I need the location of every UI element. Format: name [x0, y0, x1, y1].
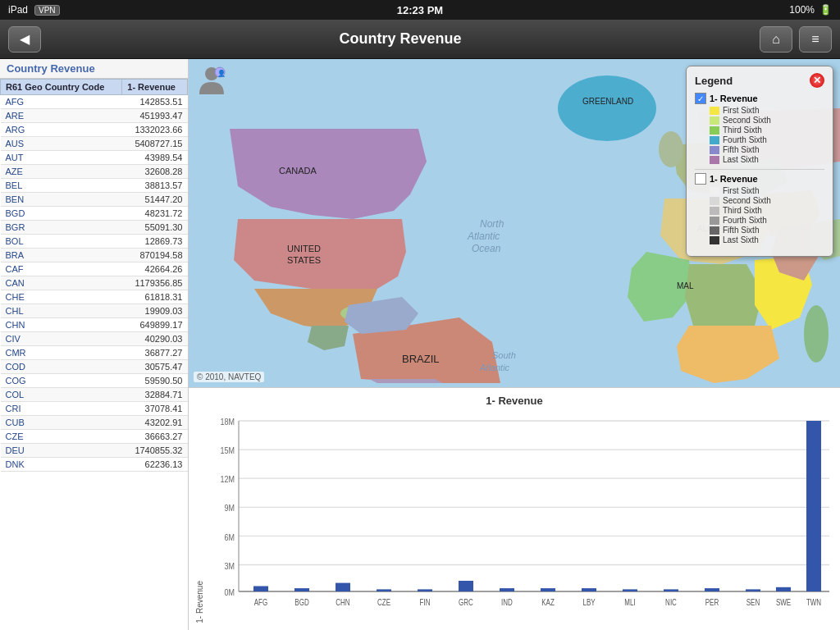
chart-title: 1- Revenue — [195, 395, 833, 407]
legend-item-label: Fourth Sixth — [723, 216, 767, 225]
table-row[interactable]: DEU1740855.32 — [1, 444, 188, 458]
legend-checkbox-2[interactable] — [695, 173, 706, 185]
legend-item: Fourth Sixth — [695, 135, 824, 144]
country-code-cell: CIV — [1, 332, 122, 346]
svg-text:👤: 👤 — [217, 69, 226, 77]
country-code-cell: BRA — [1, 249, 122, 262]
country-code-cell: DEU — [1, 444, 122, 458]
table-row[interactable]: BGD48231.72 — [1, 207, 188, 221]
country-code-cell: AFG — [1, 95, 122, 109]
revenue-cell: 1179356.85 — [122, 276, 188, 290]
revenue-cell: 37078.41 — [122, 402, 188, 416]
country-code-cell: CHE — [1, 290, 122, 304]
legend-color — [710, 226, 719, 235]
revenue-cell: 1740855.32 — [122, 444, 188, 458]
table-row[interactable]: BEL38813.57 — [1, 179, 188, 193]
revenue-cell: 1332023.66 — [122, 123, 188, 137]
table-row[interactable]: COG59590.50 — [1, 374, 188, 388]
status-left: iPad VPN — [8, 4, 60, 16]
revenue-cell: 870194.58 — [122, 249, 188, 262]
country-code-cell: DNK — [1, 458, 122, 472]
legend-item: Last Sixth — [695, 235, 824, 244]
svg-rect-48 — [500, 588, 514, 591]
table-row[interactable]: COD30575.47 — [1, 360, 188, 374]
legend-color — [710, 126, 719, 135]
legend-item: Second Sixth — [695, 196, 824, 205]
home-icon: ⌂ — [772, 32, 780, 47]
legend-section2-label: 1- Revenue — [710, 174, 758, 184]
table-row[interactable]: BRA870194.58 — [1, 249, 188, 262]
table-row[interactable]: CHE61818.31 — [1, 290, 188, 304]
svg-text:0M: 0M — [225, 587, 235, 597]
table-row[interactable]: ARE451993.47 — [1, 109, 188, 123]
table-row[interactable]: CHL19909.03 — [1, 304, 188, 318]
legend-checkbox-1[interactable]: ✓ — [695, 93, 706, 104]
nav-right-buttons: ⌂ ≡ — [760, 26, 832, 52]
table-row[interactable]: DNK62236.13 — [1, 458, 188, 472]
svg-text:STATES: STATES — [287, 255, 321, 265]
revenue-cell: 43202.91 — [122, 416, 188, 430]
svg-text:BRAZIL: BRAZIL — [402, 353, 440, 365]
svg-text:Atlantic: Atlantic — [479, 363, 510, 372]
revenue-cell: 451993.47 — [122, 109, 188, 123]
svg-rect-60 — [746, 589, 760, 591]
svg-text:Ocean: Ocean — [472, 243, 501, 254]
svg-point-1 — [558, 75, 656, 141]
table-row[interactable]: CUB43202.91 — [1, 416, 188, 430]
table-row[interactable]: CHN649899.17 — [1, 318, 188, 332]
svg-text:CANADA: CANADA — [279, 166, 317, 176]
country-code-cell: BGD — [1, 207, 122, 221]
home-button[interactable]: ⌂ — [760, 26, 792, 52]
revenue-cell: 48231.72 — [122, 207, 188, 221]
filter-icon: ≡ — [811, 32, 819, 47]
revenue-cell: 59590.50 — [122, 374, 188, 388]
chart-container: 1- Revenue 1- Revenue — [189, 387, 840, 630]
table-row[interactable]: CIV40290.03 — [1, 332, 188, 346]
table-row[interactable]: CAN1179356.85 — [1, 276, 188, 290]
filter-button[interactable]: ≡ — [799, 26, 832, 52]
revenue-cell: 38813.57 — [122, 179, 188, 193]
table-row[interactable]: BGR55091.30 — [1, 221, 188, 235]
svg-text:IND: IND — [501, 598, 513, 607]
back-button[interactable]: ◀ — [8, 26, 41, 52]
table-row[interactable]: COL32884.71 — [1, 388, 188, 402]
legend-close-button[interactable]: ✕ — [810, 73, 824, 88]
svg-text:North: North — [480, 218, 504, 230]
table-row[interactable]: BOL12869.73 — [1, 235, 188, 249]
legend-title-row: Legend ✕ — [695, 73, 824, 88]
svg-text:UNITED: UNITED — [287, 244, 321, 253]
table-row[interactable]: AUT43989.54 — [1, 151, 188, 165]
battery-label: 100% — [789, 4, 815, 16]
legend-items-2: First SixthSecond SixthThird SixthFourth… — [695, 186, 824, 244]
svg-text:AFG: AFG — [254, 598, 267, 607]
country-code-cell: COL — [1, 388, 122, 402]
legend-item-label: Third Sixth — [723, 206, 762, 215]
table-row[interactable]: CRI37078.41 — [1, 402, 188, 416]
country-code-cell: CUB — [1, 416, 122, 430]
table-row[interactable]: AFG142853.51 — [1, 95, 188, 109]
revenue-cell: 61818.31 — [122, 290, 188, 304]
legend-color — [710, 107, 719, 115]
revenue-cell: 36877.27 — [122, 346, 188, 360]
table-row[interactable]: ARG1332023.66 — [1, 123, 188, 137]
svg-text:MLI: MLI — [624, 598, 635, 607]
svg-text:MAL: MAL — [677, 281, 694, 290]
svg-text:South: South — [492, 350, 516, 360]
svg-rect-62 — [776, 587, 791, 591]
table-row[interactable]: CZE36663.27 — [1, 430, 188, 444]
legend-color — [710, 187, 719, 195]
legend-color — [710, 116, 719, 125]
table-row[interactable]: CMR36877.27 — [1, 346, 188, 360]
svg-rect-44 — [418, 589, 432, 591]
table-row[interactable]: CAF42664.26 — [1, 262, 188, 276]
table-row[interactable]: AUS5408727.15 — [1, 137, 188, 151]
legend-item-label: Third Sixth — [723, 126, 762, 135]
country-code-cell: BEN — [1, 193, 122, 207]
svg-rect-46 — [459, 581, 473, 591]
table-row[interactable]: AZE32608.28 — [1, 165, 188, 179]
status-right: 100% 🔋 — [789, 4, 832, 16]
table-row[interactable]: BEN51447.20 — [1, 193, 188, 207]
svg-point-8 — [659, 131, 683, 167]
y-axis-label: 1- Revenue — [195, 581, 210, 623]
nav-bar: ◀ Country Revenue ⌂ ≡ — [0, 20, 840, 59]
